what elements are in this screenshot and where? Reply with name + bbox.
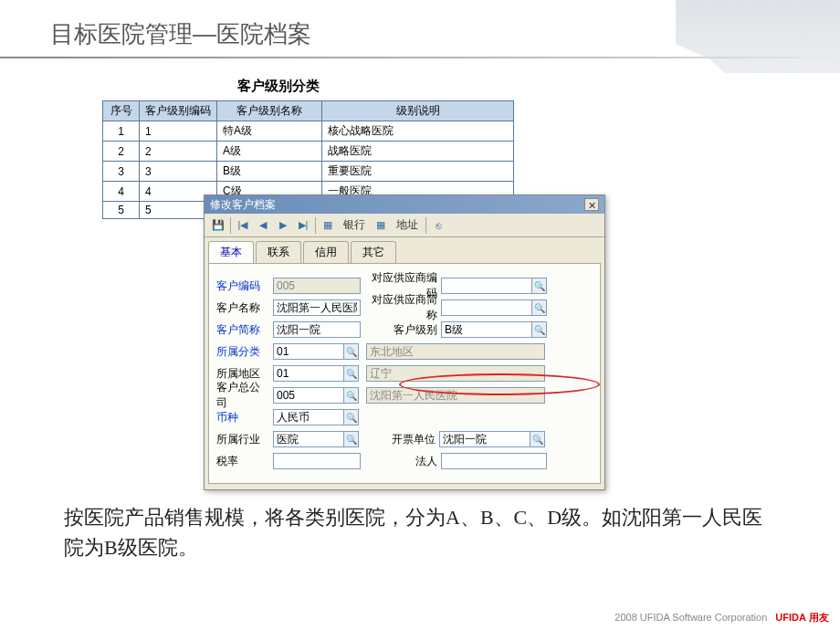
description-text: 按医院产品销售规模，将各类别医院，分为A、B、C、D级。如沈阳第一人民医院为B级… — [64, 502, 776, 562]
th-code: 客户级别编码 — [140, 101, 217, 121]
dialog-titlebar[interactable]: 修改客户档案 ✕ — [205, 195, 604, 214]
lbl-code: 客户编码 — [216, 278, 273, 294]
divider — [0, 57, 840, 58]
footer-cn: 用友 — [809, 612, 829, 623]
dialog-title: 修改客户档案 — [210, 197, 276, 213]
page-title: 目标医院管理—医院档案 — [50, 18, 311, 50]
table-row: 22A级战略医院 — [103, 142, 514, 162]
lbl-category: 所属分类 — [216, 344, 273, 360]
lookup-icon[interactable]: 🔍 — [532, 321, 547, 338]
lookup-icon[interactable]: 🔍 — [344, 365, 359, 382]
lookup-icon[interactable]: 🔍 — [344, 409, 359, 425]
lookup-icon[interactable]: 🔍 — [344, 387, 359, 404]
save-icon[interactable]: 💾 — [210, 217, 226, 234]
lbl-name: 客户名称 — [216, 300, 273, 316]
fld-name[interactable] — [273, 299, 361, 316]
prev-icon[interactable]: ◀ — [255, 217, 271, 234]
lbl-currency: 币种 — [216, 410, 273, 425]
lbl-short: 客户简称 — [216, 322, 273, 338]
footer: 2008 UFIDA Software Corporation UFIDA 用友 — [614, 611, 829, 625]
th-name: 客户级别名称 — [217, 101, 322, 121]
fld-tax[interactable] — [273, 453, 361, 469]
lookup-icon[interactable]: 🔍 — [532, 278, 547, 294]
fld-category[interactable] — [273, 343, 344, 360]
last-icon[interactable]: ▶| — [295, 217, 311, 234]
tab-contact[interactable]: 联系 — [256, 241, 301, 263]
tab-basic[interactable]: 基本 — [208, 241, 254, 263]
fld-level[interactable] — [441, 321, 532, 338]
fld-industry[interactable] — [273, 431, 344, 447]
fld-category-name: 东北地区 — [366, 343, 545, 360]
fld-region-name: 辽宁 — [366, 365, 545, 382]
lookup-icon[interactable]: 🔍 — [532, 299, 547, 316]
lbl-invoice-unit: 开票单位 — [366, 432, 439, 447]
close-button[interactable]: ✕ — [584, 198, 599, 211]
edit-customer-dialog: 修改客户档案 ✕ 💾 |◀ ◀ ▶ ▶| ▦ 银行 ▦ 地址 ⎋ 基本 联系 信… — [204, 194, 605, 490]
th-seq: 序号 — [103, 101, 140, 121]
tab-credit[interactable]: 信用 — [303, 241, 349, 263]
lbl-region: 所属地区 — [216, 366, 273, 382]
bank-icon[interactable]: ▦ — [320, 217, 336, 234]
fld-hq[interactable] — [273, 387, 344, 404]
footer-brand: UFIDA — [775, 612, 806, 623]
fld-region[interactable] — [273, 365, 344, 382]
th-desc: 级别说明 — [322, 101, 514, 121]
table-row: 33B级重要医院 — [103, 162, 514, 182]
lookup-icon[interactable]: 🔍 — [344, 431, 359, 447]
tab-basic-content: 客户编码 005 对应供应商编码 🔍 客户名称 对应供应商简称 🔍 客户简称 客… — [208, 263, 601, 484]
lookup-icon[interactable]: 🔍 — [344, 343, 359, 360]
address-button[interactable]: 地址 — [393, 217, 422, 233]
lbl-level: 客户级别 — [368, 322, 441, 338]
lookup-icon[interactable]: 🔍 — [530, 431, 545, 447]
fld-hq-name: 沈阳第一人民医院 — [366, 387, 545, 404]
lbl-hq: 客户总公司 — [216, 380, 273, 411]
footer-corp: 2008 UFIDA Software Corporation — [614, 612, 767, 623]
next-icon[interactable]: ▶ — [275, 217, 291, 234]
exit-icon[interactable]: ⎋ — [430, 217, 446, 234]
decorative-building — [676, 0, 840, 73]
lbl-supplier-short: 对应供应商简称 — [368, 292, 441, 323]
dialog-toolbar: 💾 |◀ ◀ ▶ ▶| ▦ 银行 ▦ 地址 ⎋ — [205, 214, 604, 237]
lbl-tax: 税率 — [216, 454, 273, 469]
table-row: 11特A级核心战略医院 — [103, 121, 514, 142]
lbl-industry: 所属行业 — [216, 432, 273, 447]
tab-other[interactable]: 其它 — [351, 241, 396, 263]
fld-short[interactable] — [273, 321, 361, 338]
fld-legal[interactable] — [441, 453, 547, 469]
dialog-tabs: 基本 联系 信用 其它 — [205, 237, 604, 263]
fld-code: 005 — [273, 278, 361, 294]
fld-supplier-short[interactable] — [441, 299, 532, 316]
fld-supplier-code[interactable] — [441, 278, 532, 294]
address-icon[interactable]: ▦ — [373, 217, 389, 234]
bank-button[interactable]: 银行 — [340, 217, 369, 233]
first-icon[interactable]: |◀ — [235, 217, 251, 234]
fld-currency[interactable] — [273, 409, 344, 425]
fld-invoice-unit[interactable] — [439, 431, 530, 447]
table-title: 客户级别分类 — [237, 78, 320, 95]
lbl-legal: 法人 — [368, 454, 441, 469]
